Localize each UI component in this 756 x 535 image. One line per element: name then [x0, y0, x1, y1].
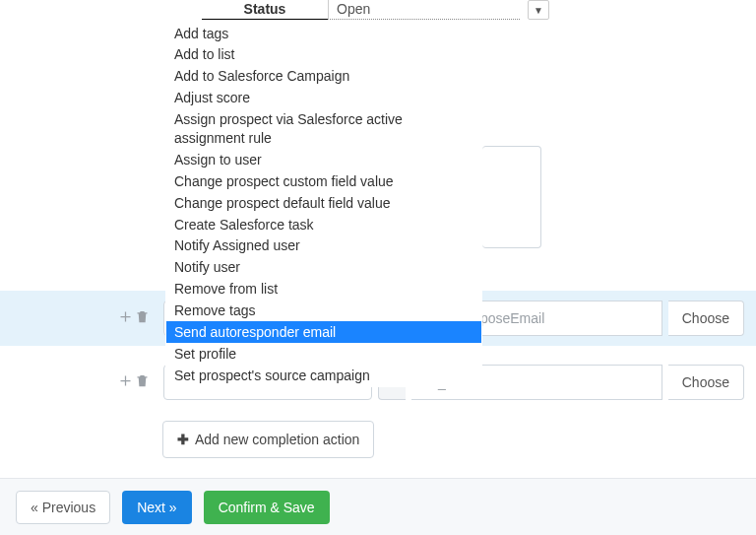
- trash-icon[interactable]: [135, 373, 150, 391]
- dropdown-option[interactable]: Create Salesforce task: [166, 214, 481, 235]
- dropdown-option[interactable]: Set prospect's source campaign: [166, 365, 481, 386]
- plus-icon: ✚: [177, 432, 189, 447]
- dropdown-option[interactable]: Send autoresponder email: [166, 321, 481, 343]
- row-controls: [110, 373, 150, 391]
- dropdown-option[interactable]: Change prospect custom field value: [166, 170, 481, 192]
- trash-icon[interactable]: [135, 309, 150, 327]
- add-completion-action-button[interactable]: ✚ Add new completion action: [162, 421, 374, 458]
- choose-button[interactable]: Choose: [668, 365, 744, 400]
- add-icon[interactable]: [118, 373, 133, 391]
- dropdown-option[interactable]: Add tags: [166, 23, 481, 44]
- dropdown-option[interactable]: Notify user: [166, 257, 481, 279]
- status-row: Status Open ▼: [0, 0, 756, 20]
- status-dropdown-toggle[interactable]: ▼: [528, 0, 549, 20]
- dropdown-option[interactable]: Assign to user: [166, 149, 481, 170]
- row-controls: [110, 309, 150, 327]
- dropdown-option[interactable]: Set profile: [166, 343, 481, 365]
- status-value[interactable]: Open: [328, 0, 520, 20]
- status-label: Status: [202, 0, 328, 20]
- dropdown-option[interactable]: Remove from list: [166, 279, 481, 301]
- choose-button[interactable]: Choose: [668, 301, 744, 336]
- dropdown-option[interactable]: Notify Assigned user: [166, 235, 481, 257]
- add-icon[interactable]: [118, 309, 133, 327]
- dropdown-option[interactable]: Add to list: [166, 44, 481, 66]
- textarea-fragment[interactable]: [482, 146, 541, 248]
- next-button[interactable]: Next »: [122, 491, 191, 524]
- dropdown-option[interactable]: Assign prospect via Salesforce active as…: [166, 109, 481, 150]
- dropdown-option[interactable]: Remove tags: [166, 301, 481, 322]
- previous-button[interactable]: « Previous: [16, 491, 110, 524]
- dropdown-option[interactable]: Adjust score: [166, 88, 481, 109]
- add-action-label: Add new completion action: [195, 432, 359, 447]
- dropdown-option[interactable]: Add to Salesforce Campaign: [166, 66, 481, 88]
- wizard-footer: « Previous Next » Confirm & Save: [0, 478, 756, 535]
- action-dropdown-list[interactable]: Add tagsAdd to listAdd to Salesforce Cam…: [165, 22, 482, 387]
- dropdown-option[interactable]: Change prospect default field value: [166, 192, 481, 214]
- confirm-save-button[interactable]: Confirm & Save: [204, 491, 330, 524]
